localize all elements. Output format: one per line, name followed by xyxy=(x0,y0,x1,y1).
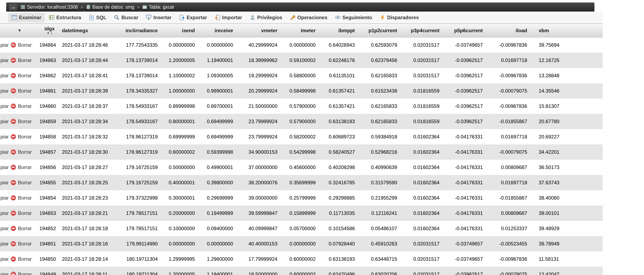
col-header-p5p6current[interactable]: p5p6current xyxy=(445,24,488,37)
cell-p3p4current: 0.01816559 xyxy=(402,83,445,99)
col-label: p5p6current xyxy=(454,28,483,33)
window-arrow-icon[interactable]: → xyxy=(9,4,17,10)
delete-link[interactable]: Borrar xyxy=(18,42,32,48)
delete-link[interactable]: Borrar xyxy=(18,180,32,185)
copy-link-partial[interactable]: piar xyxy=(0,210,9,216)
col-header-p1p2current[interactable]: p1p2current xyxy=(360,24,402,37)
cell-p5p6current: -0.03962517 xyxy=(445,267,488,275)
col-header-datetimegx[interactable]: datetimegx xyxy=(60,24,116,37)
col-header-ibmppt[interactable]: ibmppt xyxy=(321,24,360,37)
delete-icon[interactable] xyxy=(11,210,16,216)
delete-link[interactable]: Borrar xyxy=(18,134,32,140)
tab-insertar[interactable]: Insertar xyxy=(143,13,175,22)
col-header-idgx[interactable]: idgx ▼ 1 xyxy=(39,24,60,37)
cell-p5p6current: -0.04176331 xyxy=(445,144,488,160)
col-label: vmeter xyxy=(261,28,278,33)
col-header-vmeter[interactable]: vmeter xyxy=(238,24,283,37)
tab-privilegios[interactable]: Privilegios xyxy=(246,13,286,22)
tab-importar[interactable]: Importar xyxy=(211,13,246,22)
copy-link-partial[interactable]: piar xyxy=(0,73,9,79)
cell-vmeter: 39.59999847 xyxy=(238,206,283,221)
copy-link-partial[interactable]: piar xyxy=(0,195,9,201)
delete-link[interactable]: Borrar xyxy=(18,103,32,109)
cell-p1p2current: 0.62165833 xyxy=(360,114,402,129)
row-actions-cell: piar Borrar xyxy=(0,221,39,236)
cell-isend: 0.00000000 xyxy=(163,37,200,53)
table-row: piar Borrar 194863 2021-03-17 18:28:44 1… xyxy=(0,53,603,68)
table-row: piar Borrar 194855 2021-03-17 18:28:25 1… xyxy=(0,175,603,190)
delete-icon[interactable] xyxy=(11,241,16,246)
cell-inclirradiance: 178.34335327 xyxy=(116,83,163,99)
delete-link[interactable]: Borrar xyxy=(18,195,32,201)
copy-link-partial[interactable]: piar xyxy=(0,119,9,124)
copy-link-partial[interactable]: piar xyxy=(0,134,9,140)
cell-p1p2current: 0.21955299 xyxy=(360,190,402,206)
cell-p1p2current: 0.62593079 xyxy=(360,37,402,53)
delete-icon[interactable] xyxy=(11,149,16,155)
delete-link[interactable]: Borrar xyxy=(18,256,32,262)
delete-icon[interactable] xyxy=(11,88,16,93)
copy-link-partial[interactable]: piar xyxy=(0,88,9,94)
delete-icon[interactable] xyxy=(11,73,16,78)
breadcrumb-server[interactable]: Servidor: localhost:3306 xyxy=(21,4,78,10)
delete-icon[interactable] xyxy=(11,256,16,261)
table-row: piar Borrar 194864 2021-03-17 18:28:46 1… xyxy=(0,37,603,53)
delete-icon[interactable] xyxy=(11,134,16,139)
delete-icon[interactable] xyxy=(11,195,16,200)
col-header-iload[interactable]: iload xyxy=(488,24,532,37)
delete-icon[interactable] xyxy=(11,272,16,275)
copy-link-partial[interactable]: piar xyxy=(0,103,9,109)
delete-icon[interactable] xyxy=(11,226,16,231)
delete-link[interactable]: Borrar xyxy=(18,88,32,94)
col-header-isend[interactable]: isend xyxy=(163,24,200,37)
cell-p3p4current: 0.01602364 xyxy=(402,190,445,206)
options-arrow[interactable]: ▼ xyxy=(0,24,39,37)
delete-icon[interactable] xyxy=(11,119,16,124)
copy-link-partial[interactable]: piar xyxy=(0,180,9,185)
cell-p3p4current: 0.02031517 xyxy=(402,37,445,53)
delete-link[interactable]: Borrar xyxy=(18,271,32,275)
cell-datetimegx: 2021-03-17 18:28:34 xyxy=(60,114,116,129)
delete-link[interactable]: Borrar xyxy=(18,73,32,79)
tab-seguimiento[interactable]: Seguimiento xyxy=(332,13,376,22)
delete-link[interactable]: Borrar xyxy=(18,210,32,216)
tab-sql[interactable]: SQL xyxy=(86,13,110,22)
table-body: piar Borrar 194864 2021-03-17 18:28:46 1… xyxy=(0,37,603,275)
delete-link[interactable]: Borrar xyxy=(18,164,32,170)
copy-link-partial[interactable]: piar xyxy=(0,164,9,170)
copy-link-partial[interactable]: piar xyxy=(0,271,9,275)
tab-buscar[interactable]: Buscar xyxy=(111,13,142,22)
tab-estructura[interactable]: Estructura xyxy=(46,13,84,22)
delete-link[interactable]: Borrar xyxy=(18,119,32,124)
col-header-p3p4current[interactable]: p3p4current xyxy=(402,24,445,37)
copy-link-partial[interactable]: piar xyxy=(0,42,9,48)
cell-isend: 0.69999999 xyxy=(163,129,200,144)
copy-link-partial[interactable]: piar xyxy=(0,241,9,247)
delete-icon[interactable] xyxy=(11,165,16,170)
col-header-imeter[interactable]: imeter xyxy=(283,24,321,37)
tab-examinar[interactable]: Examinar xyxy=(8,13,44,22)
tab-label: Seguimiento xyxy=(342,15,372,21)
col-header-inclirradiance[interactable]: inclirradiance xyxy=(116,24,163,37)
delete-icon[interactable] xyxy=(11,180,16,185)
copy-link-partial[interactable]: piar xyxy=(0,226,9,231)
tab-exportar[interactable]: Exportar xyxy=(176,13,210,22)
copy-link-partial[interactable]: piar xyxy=(0,256,9,262)
tab-disparadores[interactable]: Disparadores xyxy=(376,13,422,22)
delete-icon[interactable] xyxy=(11,58,16,63)
cell-vmeter: 21.50000000 xyxy=(238,99,283,114)
cell-p1p2current: 0.59384918 xyxy=(360,129,402,144)
col-header-ireceive[interactable]: ireceive xyxy=(200,24,238,37)
breadcrumb-table[interactable]: Tabla: gxcar xyxy=(142,4,174,10)
tab-operaciones[interactable]: Operaciones xyxy=(286,13,330,22)
delete-link[interactable]: Borrar xyxy=(18,226,32,231)
delete-icon[interactable] xyxy=(11,42,16,48)
breadcrumb-database[interactable]: Base de datos: smg xyxy=(86,4,134,10)
delete-icon[interactable] xyxy=(11,104,16,109)
delete-link[interactable]: Borrar xyxy=(18,241,32,247)
col-header-vbm[interactable]: vbm xyxy=(532,24,603,37)
delete-link[interactable]: Borrar xyxy=(18,149,32,155)
copy-link-partial[interactable]: piar xyxy=(0,149,9,155)
delete-link[interactable]: Borrar xyxy=(18,58,32,63)
copy-link-partial[interactable]: piar xyxy=(0,58,9,63)
